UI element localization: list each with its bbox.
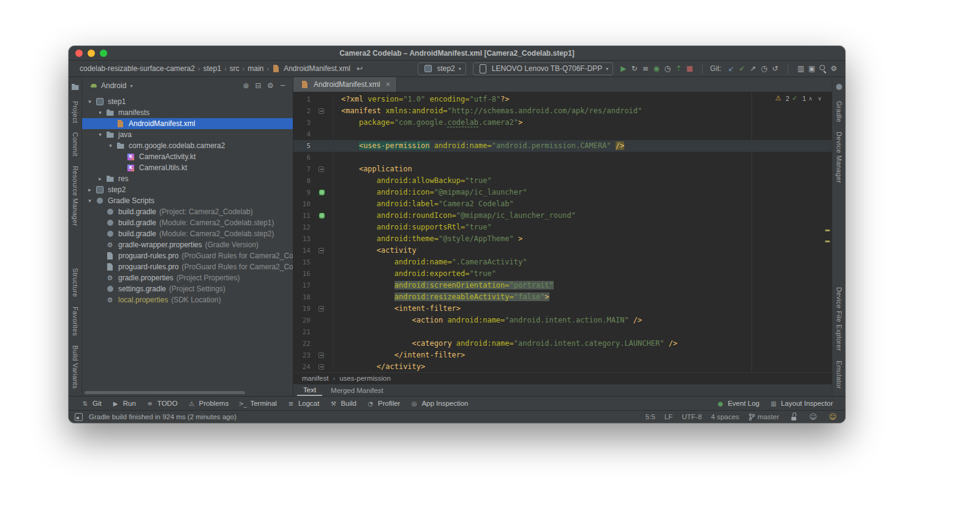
- lock-icon[interactable]: [788, 412, 799, 422]
- search-everywhere-icon[interactable]: [818, 64, 828, 73]
- line-separator[interactable]: LF: [665, 413, 673, 420]
- navigate-back-icon[interactable]: ↩: [355, 64, 365, 73]
- expand-chevron[interactable]: ▾: [107, 143, 115, 149]
- run-icon[interactable]: ▶: [618, 64, 628, 73]
- toolwindow-button-resource-manager[interactable]: Resource Manager: [72, 166, 79, 226]
- problems-toolwindow-button[interactable]: ⚠Problems: [183, 397, 234, 410]
- device-select[interactable]: LENOVO Lenovo TB-Q706F-DPP ▾: [473, 62, 614, 75]
- tree-item-androidmanifest.xml[interactable]: AndroidManifest.xml: [82, 118, 293, 129]
- toolwindow-button-structure[interactable]: Structure: [72, 268, 79, 297]
- toolwindow-button-device-file-explorer[interactable]: Device File Explorer: [835, 287, 843, 351]
- toolwindow-button-favorites[interactable]: Favorites: [72, 307, 79, 336]
- app-inspection-toolwindow-button[interactable]: ◎App Inspection: [405, 397, 473, 410]
- run-configuration-select[interactable]: step2 ▾: [418, 62, 466, 75]
- commit-icon[interactable]: ✓: [737, 64, 747, 73]
- project-stripe-icon[interactable]: [70, 82, 80, 92]
- expand-chevron[interactable]: ▾: [86, 99, 94, 105]
- logcat-toolwindow-button[interactable]: ≣Logcat: [282, 397, 325, 410]
- breadcrumb-codelab-resizable-surface-camera2[interactable]: codelab-resizable-surface-camera2: [78, 64, 196, 73]
- prev-issue-icon[interactable]: ∧: [809, 95, 815, 102]
- profiler-toolwindow-button[interactable]: ◔Profiler: [361, 397, 405, 410]
- rollback-icon[interactable]: ↺: [770, 64, 780, 73]
- editor-subtab-text[interactable]: Text: [297, 384, 322, 396]
- indent-style[interactable]: 4 spaces: [711, 413, 739, 420]
- close-tab-icon[interactable]: ×: [386, 80, 390, 89]
- event-log-button[interactable]: ●Event Log: [711, 397, 764, 410]
- toolwindow-button-project[interactable]: Project: [72, 101, 79, 123]
- breadcrumb-src[interactable]: src: [228, 64, 241, 73]
- history-icon[interactable]: ◷: [759, 64, 769, 73]
- caret-position[interactable]: 5:5: [646, 413, 655, 420]
- device-mirror-icon[interactable]: ▥: [796, 64, 806, 73]
- editor-subtab-merged-manifest[interactable]: Merged Manifest: [325, 384, 390, 396]
- layout-inspector-button[interactable]: ▥Layout Inspector: [764, 397, 838, 410]
- toolwindow-button-device-manager[interactable]: Device Manager: [835, 132, 843, 183]
- zoom-button[interactable]: [100, 50, 107, 57]
- editor-tab-androidmanifest[interactable]: AndroidManifest.xml ×: [293, 77, 397, 92]
- expand-chevron[interactable]: ▾: [96, 132, 104, 138]
- xml-breadcrumb-uses-permission[interactable]: uses-permission: [339, 375, 391, 382]
- expand-chevron[interactable]: ▾: [96, 110, 104, 116]
- run-toolwindow-button[interactable]: ▶Run: [107, 397, 141, 410]
- tree-item-gradle-scripts[interactable]: ▾Gradle Scripts: [82, 195, 293, 206]
- tree-item-step1[interactable]: ▾step1: [82, 96, 293, 107]
- git-toolwindow-button[interactable]: ⇅Git: [76, 397, 107, 410]
- view-settings-icon[interactable]: ⚙: [265, 81, 276, 91]
- toolwindow-button-gradle[interactable]: Gradle: [835, 101, 843, 122]
- tree-item-build.gradle[interactable]: build.gradle(Module: Camera2_Codelab.ste…: [82, 228, 293, 239]
- hide-panel-icon[interactable]: ─: [277, 81, 288, 91]
- terminal-toolwindow-button[interactable]: >_Terminal: [233, 397, 281, 410]
- warning-stripe-mark[interactable]: [825, 241, 830, 242]
- toolwindow-switcher-icon[interactable]: [74, 412, 84, 422]
- toolwindow-button-emulator[interactable]: Emulator: [835, 360, 843, 389]
- fold-marker-icon[interactable]: [318, 108, 324, 114]
- breadcrumb-androidmanifest.xml[interactable]: AndroidManifest.xml: [282, 64, 352, 73]
- run-with-coverage-icon[interactable]: ≡: [640, 64, 650, 73]
- horizontal-scrollbar[interactable]: [85, 391, 245, 394]
- inspections-widget[interactable]: ⚠ 2 ✓ 1 ∧ ∨: [775, 94, 824, 102]
- fold-marker-icon[interactable]: [318, 364, 324, 370]
- expand-chevron[interactable]: ▾: [86, 198, 94, 204]
- highlighting-level-icon[interactable]: ☺: [808, 412, 818, 422]
- collapse-all-icon[interactable]: ⊟: [253, 81, 263, 91]
- select-opened-file-icon[interactable]: ⊕: [241, 81, 251, 91]
- stop-icon[interactable]: ■: [684, 64, 695, 73]
- expand-chevron[interactable]: ▸: [96, 176, 104, 182]
- tree-item-cameraactivity.kt[interactable]: CameraActivity.kt: [82, 151, 293, 162]
- breadcrumb-step1[interactable]: step1: [202, 64, 222, 73]
- title-bar[interactable]: Camera2 Codelab – AndroidManifest.xml [C…: [69, 46, 845, 61]
- tree-item-local.properties[interactable]: local.properties(SDK Location): [82, 294, 293, 305]
- file-encoding[interactable]: UTF-8: [682, 413, 702, 420]
- tree-item-build.gradle[interactable]: build.gradle(Project: Camera2_Codelab): [82, 206, 293, 217]
- feedback-icon[interactable]: ☺: [827, 412, 838, 422]
- toolwindow-button-build-variants[interactable]: Build Variants: [72, 345, 79, 389]
- fold-marker-icon[interactable]: [318, 306, 324, 312]
- apply-changes-icon[interactable]: ↻: [629, 64, 639, 73]
- minimize-button[interactable]: [88, 50, 95, 57]
- settings-icon[interactable]: ⚙: [829, 64, 839, 73]
- layout-inspector-icon[interactable]: ▣: [807, 64, 817, 73]
- update-project-icon[interactable]: ↙: [726, 64, 736, 73]
- chevron-down-icon[interactable]: ▾: [130, 83, 132, 89]
- project-view-selector[interactable]: Android: [101, 81, 126, 90]
- debug-icon[interactable]: ◉: [651, 64, 662, 73]
- tree-item-com.google.codelab.camera2[interactable]: ▾com.google.codelab.camera2: [82, 140, 293, 151]
- tree-item-gradle-wrapper.properties[interactable]: gradle-wrapper.properties(Gradle Version…: [82, 239, 293, 250]
- tree-item-res[interactable]: ▸res: [82, 173, 293, 184]
- attach-profiler-icon[interactable]: ⇡: [673, 64, 684, 73]
- build-toolwindow-button[interactable]: ⚒Build: [324, 397, 361, 410]
- push-icon[interactable]: ↗: [748, 64, 758, 73]
- gradle-stripe-icon[interactable]: [834, 82, 844, 92]
- tree-item-gradle.properties[interactable]: gradle.properties(Project Properties): [82, 272, 293, 283]
- profile-icon[interactable]: ◷: [662, 64, 673, 73]
- git-branch-widget[interactable]: master: [748, 413, 779, 421]
- breadcrumb-main[interactable]: main: [246, 64, 265, 73]
- toolwindow-button-commit[interactable]: Commit: [72, 132, 79, 157]
- tree-item-camerautils.kt[interactable]: CameraUtils.kt: [82, 162, 293, 173]
- tree-item-manifests[interactable]: ▾manifests: [82, 107, 293, 118]
- tree-item-settings.gradle[interactable]: settings.gradle(Project Settings): [82, 283, 293, 294]
- tree-item-java[interactable]: ▾java: [82, 129, 293, 140]
- todo-toolwindow-button[interactable]: ≡TODO: [141, 397, 183, 410]
- fold-marker-icon[interactable]: [318, 248, 324, 253]
- tree-item-build.gradle[interactable]: build.gradle(Module: Camera2_Codelab.ste…: [82, 217, 293, 228]
